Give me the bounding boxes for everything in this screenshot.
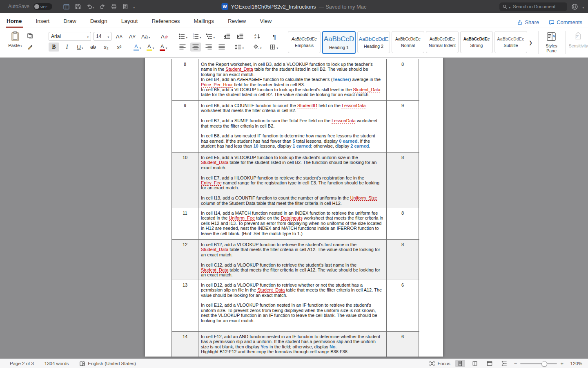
tab-insert[interactable]: Insert — [35, 14, 51, 28]
view-read-mode-button[interactable] — [470, 360, 480, 367]
change-case-button[interactable]: Aa — [140, 32, 151, 41]
style-chip-emphasis[interactable]: AaBbCcDdEeEmphasis — [288, 31, 321, 53]
clear-formatting-button[interactable]: A — [159, 32, 170, 41]
borders-button[interactable] — [268, 43, 279, 52]
undo-chevron-icon[interactable] — [93, 3, 94, 10]
redo-icon[interactable] — [99, 3, 106, 10]
tab-mailings[interactable]: Mailings — [193, 14, 215, 28]
row-instructions[interactable]: In cell F12, add an AND function nested … — [198, 332, 386, 357]
shading-button[interactable] — [252, 43, 263, 52]
styles-gallery-more-icon[interactable]: ❯ — [527, 28, 534, 57]
row-number: 11 — [172, 208, 198, 239]
ribbon-tab-bar: HomeInsertDrawDesignLayoutReferencesMail… — [0, 13, 588, 28]
row-instructions[interactable]: In cell B12, add a VLOOKUP function to r… — [198, 240, 386, 280]
highlight-button[interactable]: A — [145, 43, 156, 52]
table-row-8: 8On the Report worksheet, in cell B3, ad… — [172, 59, 419, 101]
row-instructions[interactable]: On the Report worksheet, in cell B3, add… — [198, 59, 386, 100]
row-instructions[interactable]: In cell D12, add a VLOOKUP function to r… — [198, 280, 386, 331]
row-number: 9 — [172, 101, 198, 152]
subscript-button[interactable]: x₂ — [101, 43, 111, 52]
titlebar-chevron-icon[interactable] — [582, 3, 584, 10]
zoom-out-button[interactable]: − — [514, 361, 517, 367]
feedback-smiley-icon[interactable] — [571, 3, 578, 10]
row-instructions[interactable]: In cell I14, add a MATCH function nested… — [198, 208, 386, 239]
row-instructions[interactable]: In cell B6, add a COUNTIF function to co… — [198, 101, 386, 152]
style-chip-subtitle[interactable]: AaBbCcDdEeSubtitle — [494, 31, 527, 53]
row-number: 12 — [172, 240, 198, 280]
row-instructions[interactable]: In cell E5, add a VLOOKUP function to lo… — [198, 153, 386, 208]
font-name-value: Arial — [51, 34, 61, 39]
text-effects-button[interactable]: A — [132, 43, 143, 52]
quick-access-chevron-icon[interactable] — [134, 3, 135, 10]
search-input[interactable] — [512, 4, 559, 9]
numbering-button[interactable]: 123 — [191, 32, 203, 41]
ribbon: Paste Arial 14 A˄ A˅ Aa A — [0, 28, 588, 58]
zoom-slider-knob[interactable] — [541, 361, 547, 367]
word-count[interactable]: 1304 words — [45, 361, 69, 366]
line-spacing-button[interactable] — [234, 43, 245, 52]
superscript-button[interactable]: x² — [114, 43, 125, 52]
paste-button[interactable]: Paste — [7, 31, 24, 57]
align-center-button[interactable] — [190, 43, 201, 52]
table-row-9: 9In cell B6, add a COUNTIF function to c… — [172, 101, 419, 153]
zoom-slider[interactable] — [520, 363, 557, 364]
zoom-percent[interactable]: 120% — [568, 361, 582, 366]
tab-references[interactable]: References — [151, 14, 180, 28]
font-name-select[interactable]: Arial — [49, 32, 91, 41]
sort-button[interactable]: AZ — [252, 32, 263, 41]
print-icon[interactable] — [111, 3, 117, 10]
search-field[interactable] — [499, 2, 567, 11]
focus-button[interactable]: Focus — [429, 361, 450, 366]
increase-indent-button[interactable] — [235, 32, 245, 41]
align-right-button[interactable] — [203, 43, 214, 52]
undo-icon[interactable] — [86, 3, 94, 10]
print-preview-icon[interactable] — [122, 3, 129, 10]
shrink-font-button[interactable]: A˅ — [127, 32, 138, 41]
format-painter-icon[interactable] — [27, 44, 33, 50]
style-chip-heading-2[interactable]: AaBbCcDdEHeading 2 — [357, 31, 390, 53]
justify-button[interactable] — [216, 43, 227, 52]
font-color-button[interactable]: A — [158, 43, 169, 52]
zoom-in-button[interactable]: + — [560, 361, 564, 367]
style-chip-normal-indent[interactable]: AaBbCcDdEeNormal Indent — [426, 31, 459, 53]
bullets-button[interactable] — [177, 32, 189, 41]
italic-button[interactable]: I — [62, 43, 72, 52]
sensitivity-button[interactable]: Sensitivity — [569, 28, 588, 57]
style-chip-normal[interactable]: AaBbCcDdEeNormal — [392, 31, 424, 53]
app-launcher-icon[interactable] — [63, 3, 70, 10]
tab-review[interactable]: Review — [227, 14, 247, 28]
save-icon[interactable] — [75, 3, 81, 10]
style-chip-strong[interactable]: AaBbCcDdEeStrong — [460, 31, 493, 53]
show-formatting-marks-button[interactable]: ¶ — [269, 32, 280, 41]
style-chip-heading-1[interactable]: AaBbCcDHeading 1 — [322, 31, 356, 54]
multilevel-list-button[interactable] — [205, 32, 216, 41]
font-size-select[interactable]: 14 — [94, 32, 111, 41]
tab-layout[interactable]: Layout — [120, 14, 139, 28]
view-web-layout-button[interactable] — [485, 360, 494, 367]
copy-icon[interactable] — [27, 33, 33, 39]
document-area[interactable]: 8On the Report worksheet, in cell B3, ad… — [0, 58, 588, 359]
tab-draw[interactable]: Draw — [62, 14, 77, 28]
page-indicator[interactable]: Page 2 of 3 — [10, 361, 34, 366]
document-page[interactable]: 8On the Report worksheet, in cell B3, ad… — [145, 58, 443, 357]
grow-font-button[interactable]: A˄ — [114, 32, 125, 41]
row-points: 8 — [386, 59, 419, 100]
autosave-toggle[interactable]: OFF — [33, 3, 52, 10]
underline-button[interactable]: U — [75, 43, 85, 52]
strikethrough-button[interactable]: ab — [88, 43, 98, 52]
search-scope-chevron-icon[interactable] — [509, 3, 510, 10]
bold-button[interactable]: B — [49, 43, 59, 52]
styles-pane-button[interactable]: Styles Pane — [542, 28, 561, 57]
tab-view[interactable]: View — [259, 14, 272, 28]
share-button[interactable]: Share — [517, 19, 539, 25]
proofing-status[interactable]: English (United States) — [79, 361, 136, 366]
style-preview: AaBbCcDdE — [359, 36, 388, 42]
comments-button[interactable]: Comments — [549, 19, 582, 25]
view-print-layout-button[interactable] — [455, 360, 465, 367]
tab-design[interactable]: Design — [89, 14, 108, 28]
view-outline-button[interactable] — [499, 360, 509, 367]
decrease-indent-button[interactable] — [222, 32, 232, 41]
status-bar: Page 2 of 3 1304 words English (United S… — [0, 359, 588, 368]
tab-home[interactable]: Home — [6, 14, 23, 28]
align-left-button[interactable] — [177, 43, 188, 52]
